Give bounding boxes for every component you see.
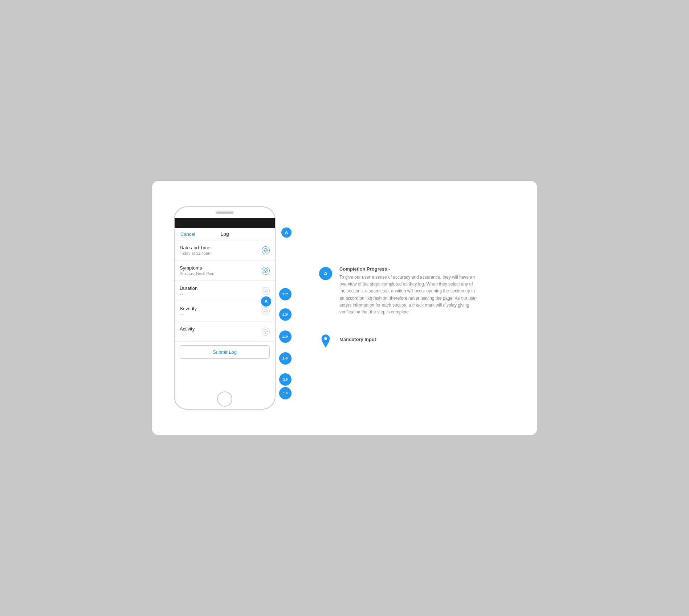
nav-cancel[interactable]: Cancel (180, 231, 195, 237)
submit-btn-container: Submit Log (175, 342, 275, 364)
badge-1-0: 1.0 (279, 387, 292, 399)
badge-2-5: 2.5 (279, 373, 292, 386)
check-date-time (262, 246, 270, 254)
row-value-duration: - - (180, 292, 197, 296)
row-label-duration: Duration (180, 286, 197, 291)
phone-nav: Cancel Log (175, 228, 275, 240)
phone-status-bar (175, 218, 275, 228)
nav-title: Log (195, 231, 254, 237)
check-symptoms (262, 267, 270, 275)
row-label-activity: Activity (180, 326, 195, 332)
phone-bottom (175, 389, 275, 409)
row-duration[interactable]: Duration - - (175, 281, 275, 301)
badge-2-4: 2.4* (279, 352, 292, 365)
badge-A-top: A (281, 227, 292, 238)
row-label-severity: Severity (180, 306, 197, 311)
annotation-icon-a: A (319, 267, 332, 280)
home-button[interactable] (217, 391, 232, 407)
right-panel: A Completion Progress - To give our user… (312, 266, 515, 350)
phone-speaker (216, 212, 234, 214)
row-date-time[interactable]: Date and Time Today at 11:45am (175, 240, 275, 260)
row-label-symptoms: Symptoms (180, 265, 214, 271)
row-severity[interactable]: Severity - - (175, 301, 275, 321)
annotation-block-pin: Mandatory Input (319, 334, 515, 350)
phone-top-bar (175, 207, 275, 218)
row-value-severity: - - (180, 312, 197, 316)
row-value-activity: - - (180, 332, 195, 337)
check-severity (262, 307, 270, 315)
badge-A-symptoms: A (261, 296, 271, 307)
annotation-text-a: Completion Progress - To give our user a… (339, 266, 477, 316)
phone-screen: Cancel Log Date and Time Today at 11:45a… (175, 218, 275, 389)
annotation-block-a: A Completion Progress - To give our user… (319, 266, 515, 316)
row-value-symptoms: Anxious, Neck Pain (180, 271, 214, 276)
badge-2-1: 2.1* (279, 288, 292, 300)
check-duration (262, 287, 270, 295)
row-label-date-time: Date and Time (180, 245, 211, 250)
phone-rows: Date and Time Today at 11:45am (175, 240, 275, 389)
annotation-text-pin: Mandatory Input (339, 334, 376, 342)
phone-area: A 2.1* 2.2* 2.3* 2.4* 2.5 1.0 A (174, 206, 290, 410)
submit-log-button[interactable]: Submit Log (180, 345, 270, 359)
phone-device: Cancel Log Date and Time Today at 11:45a… (174, 206, 276, 410)
main-card: A 2.1* 2.2* 2.3* 2.4* 2.5 1.0 A (152, 181, 537, 435)
check-activity (262, 328, 270, 336)
annotation-title-pin: Mandatory Input (339, 337, 376, 342)
svg-point-5 (324, 337, 327, 340)
badge-2-2: 2.2* (279, 308, 292, 321)
annotation-icon-pin (319, 334, 332, 350)
badge-2-3: 2.3* (279, 330, 292, 343)
row-value-date-time: Today at 11:45am (180, 251, 211, 255)
annotation-title-a: Completion Progress - (339, 266, 477, 272)
row-symptoms[interactable]: Symptoms Anxious, Neck Pain (175, 260, 275, 281)
annotation-body-a: To give our user a sense of accuracy and… (339, 274, 477, 316)
row-activity[interactable]: Activity - - (175, 321, 275, 342)
